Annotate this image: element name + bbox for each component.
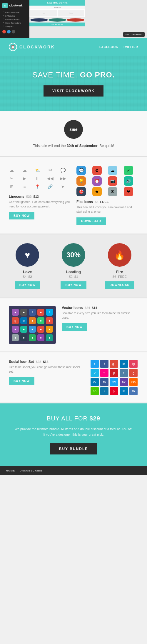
linecons-desc: Can't be ignored. Flat Icons are everyth… — [9, 200, 71, 209]
flat-icon: 🔊 — [124, 176, 133, 186]
circles-row: ♥ Love $4 $2 BUY NOW 30% Loading $2 $1 — [6, 243, 141, 289]
clockwork-logo-icon: ⏰ — [9, 43, 17, 51]
app-icon: ● — [37, 326, 44, 333]
flat-icon: 🎯 — [76, 187, 86, 196]
sidebar-menu-item[interactable]: ✓ Builder & Editor — [2, 18, 27, 21]
vector-section: ● ● f ● t g in ● ● ● ● ● ● ● ● ● ● ● ● ●… — [0, 298, 147, 351]
linecons-buy-button[interactable]: BUY NOW — [9, 212, 34, 219]
flat-icon: ❤ — [124, 187, 133, 196]
linecon-list: ≡ — [22, 184, 28, 190]
sidebar-menu-item[interactable]: ✓ Analytics — [2, 25, 27, 28]
app-icon: ● — [37, 334, 44, 341]
tw-icon: tw — [110, 378, 118, 386]
flat-icons-desc: This beautiful icons you can download an… — [76, 205, 138, 214]
app-icon: ● — [29, 334, 36, 341]
buy-bundle-button[interactable]: BUY BUNDLE — [50, 443, 97, 454]
sidebar-menu-item[interactable]: ✓ 8 Modules — [2, 15, 27, 17]
email-wrapper: S Clockwork ✓ Email Template ✓ 8 Modules… — [0, 0, 147, 475]
love-buy-button[interactable]: BUY NOW — [15, 281, 40, 289]
app-icon: ● — [29, 326, 36, 333]
linecon-play: ▶ — [22, 175, 28, 181]
loading-buy-button[interactable]: BUY NOW — [61, 281, 86, 289]
loading-circle-icon: 30% — [62, 243, 85, 267]
app-icon: ● — [46, 326, 53, 333]
fire-product: 🔥 Fire $6 FREE DOWNLOAD — [98, 243, 141, 289]
hero-title: SAVE TIME. GO PRO. — [32, 70, 115, 80]
app-icon: t — [46, 309, 53, 316]
check-icon: ✓ — [2, 25, 4, 28]
linecon-cut: ✂ — [9, 175, 15, 181]
social-icons-name: Social Icon Set $28 $14 — [9, 360, 85, 364]
sidebar-preview: S Clockwork ✓ Email Template ✓ 8 Modules… — [0, 0, 147, 38]
check-icon: ✓ — [2, 15, 4, 17]
flat-icons-image: 💬 ⚙ ☁ ✓ 💡 ⏰ 📷 🔊 🎯 ★ ✉ ❤ — [76, 166, 138, 196]
google-plus-icon: g+ — [110, 360, 118, 368]
social-icons-buy-button[interactable]: BUY NOW — [9, 377, 34, 385]
app-icon: ● — [12, 326, 19, 333]
twitch-icon: tw — [120, 378, 128, 386]
linkedin-icon: in — [120, 360, 128, 368]
tumblr-icon: t — [120, 369, 128, 377]
home-link[interactable]: HOME — [6, 469, 15, 472]
sidebar-menu-item[interactable]: ✓ Send Campaigns — [2, 22, 27, 24]
fire-circle-icon: 🔥 — [108, 243, 131, 267]
linecon-pin: 📍 — [34, 184, 40, 190]
linecon-chat: 💬 — [60, 167, 66, 173]
bundle-section: BUY ALL FOR $29 We provide the ultimate … — [0, 403, 147, 466]
sale-badge: sale — [64, 120, 83, 139]
header-logo-text: CLOCKWORK — [19, 45, 55, 49]
linecons-name: Linecons $22 $13 — [9, 195, 71, 199]
vector-icons-buy-button[interactable]: BUY NOW — [62, 323, 87, 331]
twitter-icon: t — [91, 360, 99, 368]
flat-icon: ✉ — [108, 187, 117, 196]
footer-nav: HOME UNSUBSCRIBE — [0, 466, 147, 475]
products-row: ☁ ☁ ⛅ ✉ 💬 ✂ ▶ ⏸ ◀◀ ▶▶ ⊞ ≡ 📍 — [9, 166, 138, 225]
love-price: $4 $2 — [6, 275, 49, 278]
loading-price: $2 $1 — [52, 275, 95, 278]
loading-name: Loading — [52, 270, 95, 274]
social-icons-grid: t f g+ in ig v fl p t g vk fb tw tw rss … — [91, 360, 138, 395]
instagram-icon: ig — [129, 360, 138, 368]
visit-clockwork-button[interactable]: VISIT CLOCKWORK — [44, 85, 103, 97]
mail-icon — [2, 30, 6, 33]
app-icon: f — [29, 309, 36, 316]
dashboard-label: With Dashboard — [123, 32, 145, 37]
flat-icons-grid: 💬 ⚙ ☁ ✓ 💡 ⏰ 📷 🔊 🎯 ★ ✉ ❤ — [76, 166, 138, 196]
flat-icon: 💬 — [76, 166, 86, 175]
flat-icon: ✓ — [124, 166, 133, 175]
sidebar-menu-item[interactable]: ✓ Email Template — [2, 11, 27, 13]
google-icon: g — [129, 369, 138, 377]
social-icons-desc: Like to be social, you can't go without … — [9, 365, 85, 374]
flat-icon: ★ — [92, 187, 102, 196]
unsubscribe-link[interactable]: UNSUBSCRIBE — [20, 469, 42, 472]
social-section: Social Icon Set $28 $14 Like to be socia… — [0, 352, 147, 403]
flat-icon: ☁ — [108, 166, 117, 175]
app-icon: ● — [46, 334, 53, 341]
sidebar-logo-icon: S — [2, 3, 8, 8]
facebook-link[interactable]: FACEBOOK — [99, 45, 118, 49]
linecon-arrow: ➤ — [60, 184, 66, 190]
flat-icon: ⚙ — [92, 166, 102, 175]
hero-section: SAVE TIME. GO PRO. VISIT CLOCKWORK — [0, 56, 147, 111]
app-icon: ● — [20, 309, 27, 316]
app-icon: ● — [46, 317, 53, 324]
sidebar-logo-text: Clockwork — [9, 4, 23, 7]
flat-icon: 📷 — [108, 176, 117, 186]
twitter-link[interactable]: TWITTER — [123, 45, 138, 49]
phone-icon — [7, 30, 11, 33]
linecons-product: ☁ ☁ ⛅ ✉ 💬 ✂ ▶ ⏸ ◀◀ ▶▶ ⊞ ≡ 📍 — [9, 166, 71, 225]
flat-icons-download-button[interactable]: DOWNLOAD — [76, 217, 106, 225]
check-icon: ✓ — [2, 22, 4, 24]
li-icon: li — [100, 387, 108, 395]
loading-product: 30% Loading $2 $1 BUY NOW — [52, 243, 95, 289]
app-icon: ● — [20, 326, 27, 333]
sale-section: sale This sale will end the 30th of Sept… — [0, 111, 147, 156]
app-icon: in — [20, 317, 27, 324]
app-icon: ● — [20, 334, 27, 341]
linecon-grid: ⊞ — [9, 184, 15, 190]
flickr-icon: fl — [100, 369, 108, 377]
header-nav: FACEBOOK TWITTER — [99, 45, 138, 49]
fire-download-button[interactable]: DOWNLOAD — [105, 281, 134, 289]
spotify-icon: sp — [91, 387, 99, 395]
linecons-grid: ☁ ☁ ⛅ ✉ 💬 ✂ ▶ ⏸ ◀◀ ▶▶ ⊞ ≡ 📍 — [9, 166, 71, 191]
